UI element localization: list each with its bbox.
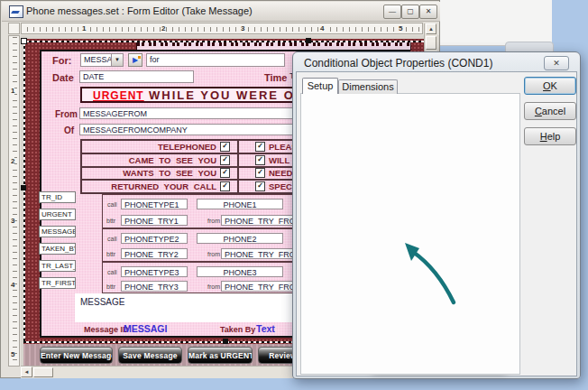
save-message-button[interactable]: Save Message: [118, 347, 182, 364]
dialog-title[interactable]: Conditional Object Properties (COND1): [304, 57, 492, 70]
enter-new-message-button[interactable]: Enter New Message: [40, 347, 113, 364]
message-id-label: Message ID: [84, 325, 129, 334]
call-label: call: [107, 236, 117, 242]
field-label[interactable]: TAKEN_BY: [39, 243, 76, 255]
banner-text: WHILE YOU WERE OU: [149, 88, 305, 102]
screen: Phone messages.set : Form Editor (Take M…: [0, 0, 588, 390]
call-label: call: [107, 201, 117, 208]
dialog-close-button[interactable]: ✕: [544, 56, 569, 70]
ruler-corner: [8, 23, 20, 34]
checkbox-checked-icon[interactable]: ✓: [255, 155, 265, 165]
check-row[interactable]: CAME TO SEE YOU✓: [81, 153, 238, 167]
checkbox-checked-icon[interactable]: ✓: [220, 155, 230, 165]
for-label: For:: [52, 55, 71, 66]
from-small-label: from: [207, 251, 220, 257]
from-label: From: [55, 109, 78, 119]
phone-try-field[interactable]: PHONE_TRY3: [121, 281, 188, 292]
close-button[interactable]: ✕: [419, 5, 437, 19]
check-row[interactable]: WANTS TO SEE YOU✓: [81, 167, 238, 181]
ruler-number: 5: [11, 350, 14, 358]
conditional-object-properties-dialog: Conditional Object Properties (COND1) ✕ …: [292, 51, 581, 379]
maximize-button[interactable]: ▢: [401, 5, 419, 19]
cancel-button[interactable]: Cancel: [524, 102, 576, 120]
scrollbar-thumb[interactable]: [426, 36, 436, 50]
ruler-number: 2: [11, 157, 14, 165]
chevron-down-icon[interactable]: ▼: [111, 54, 123, 66]
bttr-label: bttr: [106, 218, 115, 224]
checkbox-checked-icon[interactable]: ✓: [220, 142, 230, 152]
scroll-up-icon[interactable]: ▲: [426, 23, 436, 34]
minimize-button[interactable]: —: [383, 5, 401, 19]
check-row[interactable]: TELEPHONED✓: [81, 140, 238, 153]
phonetype-field[interactable]: PHONETYPE1: [121, 199, 188, 209]
ruler-number: 5: [398, 24, 403, 32]
tab-setup[interactable]: Setup: [302, 78, 338, 94]
for-field[interactable]: for: [146, 53, 285, 67]
ruler-number: 4: [319, 24, 325, 32]
checkbox-checked-icon[interactable]: ✓: [255, 181, 265, 191]
horizontal-ruler: 1 2 3 4 5: [21, 23, 423, 34]
phonetype-field[interactable]: PHONETYPE2: [121, 233, 188, 244]
bttr-label: bttr: [106, 283, 115, 290]
ruler-number: 3: [11, 217, 14, 225]
phone-field[interactable]: PHONE2: [197, 233, 283, 244]
selection-handle[interactable]: [21, 38, 27, 44]
ruler-number: 2: [161, 24, 166, 32]
phone-field[interactable]: PHONE3: [197, 266, 283, 277]
selection-line: [23, 41, 25, 341]
phone-field[interactable]: PHONE1: [197, 199, 283, 209]
ruler-number: 1: [11, 87, 14, 95]
vertical-ruler: 1 2 3 4 5: [8, 35, 20, 367]
app-icon: [9, 5, 23, 18]
tab-dimensions[interactable]: Dimensions: [338, 79, 398, 94]
lookup-button[interactable]: ▶: [128, 53, 142, 67]
from-small-label: from: [207, 218, 220, 224]
ruler-number: 1: [81, 24, 87, 32]
scroll-left-icon[interactable]: ◄: [21, 367, 32, 377]
checkbox-checked-icon[interactable]: ✓: [220, 181, 230, 191]
phonetype-field[interactable]: PHONETYPE3: [121, 266, 188, 277]
bttr-label: bttr: [106, 251, 115, 257]
selection-handle[interactable]: [306, 38, 311, 43]
message-field-label: MESSAGE: [80, 297, 124, 307]
taken-by-value[interactable]: Text: [256, 323, 275, 334]
field-label[interactable]: TR_ID: [39, 191, 76, 203]
scrollbar-thumb[interactable]: [33, 367, 53, 377]
mark-as-urgent-button[interactable]: Mark as URGENT: [188, 347, 253, 364]
phone-try-field[interactable]: PHONE_TRY2: [121, 248, 188, 259]
check-row[interactable]: RETURNED YOUR CALL✓: [81, 180, 238, 193]
help-button[interactable]: Help: [524, 127, 576, 145]
of-label: Of: [64, 125, 74, 135]
date-label: Date: [52, 72, 74, 83]
ruler-number: 3: [240, 24, 245, 32]
checkbox-checked-icon[interactable]: ✓: [255, 142, 265, 152]
from-small-label: from: [207, 283, 220, 290]
call-label: call: [107, 269, 117, 275]
checkbox-checked-icon[interactable]: ✓: [220, 168, 230, 178]
ruler-number: 4: [11, 281, 14, 289]
selection-line: [23, 41, 425, 42]
ok-button[interactable]: OK: [524, 77, 576, 95]
form-editor-titlebar[interactable]: Phone messages.set : Form Editor (Take M…: [2, 2, 440, 22]
time-label: Time: [264, 72, 287, 83]
checkbox-checked-icon[interactable]: ✓: [255, 168, 265, 178]
message-id-value[interactable]: MESSAGI: [124, 323, 167, 334]
taken-by-label: Taken By: [220, 325, 255, 334]
date-field[interactable]: DATE: [79, 70, 194, 83]
setup-tab-panel: [300, 93, 520, 375]
field-label[interactable]: TR_FIRST_I: [39, 277, 76, 289]
field-label[interactable]: TR_LAST_N: [39, 260, 76, 272]
window-title: Phone messages.set : Form Editor (Take M…: [26, 5, 253, 16]
for-combo[interactable]: MESSAGI ▼: [80, 53, 124, 67]
phone-try-field[interactable]: PHONE_TRY1: [121, 215, 188, 226]
field-label[interactable]: URGENT: [39, 209, 76, 220]
selection-handle[interactable]: [21, 185, 26, 190]
background-window: [440, 0, 552, 46]
urgent-label: URGENT: [93, 89, 144, 102]
field-label[interactable]: MESSAGE_: [39, 226, 76, 237]
